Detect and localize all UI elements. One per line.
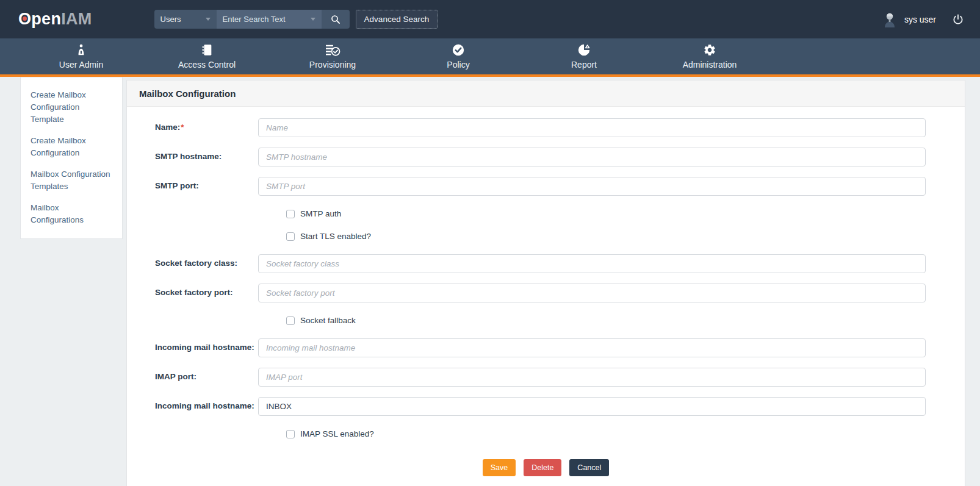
save-button[interactable]: Save bbox=[483, 459, 516, 476]
delete-button[interactable]: Delete bbox=[524, 459, 561, 476]
nav-item-administration[interactable]: Administration bbox=[647, 38, 773, 74]
page-title: Mailbox Configuration bbox=[139, 88, 236, 99]
content-area: Create Mailbox Configuration Template Cr… bbox=[0, 77, 980, 486]
cancel-button[interactable]: Cancel bbox=[569, 459, 609, 476]
nav-item-policy[interactable]: Policy bbox=[395, 38, 521, 74]
sidebar-item-create-mailbox-configuration-template[interactable]: Create Mailbox Configuration Template bbox=[31, 89, 112, 126]
field-label: Incoming mail hostname: bbox=[127, 397, 258, 411]
panel-header: Mailbox Configuration bbox=[127, 80, 965, 107]
form-row-start-tls: Start TLS enabled? bbox=[286, 232, 965, 241]
main-nav: User Admin Access Control Provisioning P… bbox=[0, 38, 980, 77]
smtp-hostname-field[interactable] bbox=[258, 148, 926, 166]
form-row-socket-factory-class: Socket factory class: bbox=[127, 254, 965, 273]
search-category-select[interactable]: Users bbox=[154, 10, 217, 29]
sidebar-menu: Create Mailbox Configuration Template Cr… bbox=[20, 77, 123, 239]
field-label: Incoming mail hostname: bbox=[127, 338, 258, 352]
nav-item-user-admin[interactable]: User Admin bbox=[18, 38, 144, 74]
field-label: IMAP port: bbox=[127, 368, 258, 382]
field-label: Socket factory port: bbox=[127, 284, 258, 298]
checkbox-label[interactable]: IMAP SSL enabled? bbox=[300, 429, 374, 438]
imap-folder-field[interactable] bbox=[258, 397, 926, 416]
chevron-down-icon bbox=[311, 18, 315, 21]
openiam-logo[interactable]: OpenIAM bbox=[18, 10, 92, 29]
address-book-icon bbox=[200, 43, 214, 57]
form-row-socket-fallback: Socket fallback bbox=[286, 316, 965, 325]
form-actions: Save Delete Cancel bbox=[127, 459, 965, 476]
smtp-port-field[interactable] bbox=[258, 177, 926, 196]
name-field[interactable] bbox=[258, 118, 926, 137]
check-circle-icon bbox=[452, 43, 465, 57]
search-placeholder: Enter Search Text bbox=[223, 15, 286, 24]
form-row-name: Name:* bbox=[127, 118, 965, 137]
search-button[interactable] bbox=[322, 10, 350, 29]
checkbox-label[interactable]: SMTP auth bbox=[300, 209, 341, 218]
required-asterisk: * bbox=[181, 123, 184, 132]
user-area: sys user bbox=[882, 12, 964, 27]
list-check-icon bbox=[325, 43, 340, 57]
incoming-mail-hostname-field[interactable] bbox=[258, 338, 926, 357]
field-label: Name:* bbox=[127, 118, 258, 132]
advanced-search-button[interactable]: Advanced Search bbox=[356, 10, 438, 29]
smtp-auth-checkbox[interactable] bbox=[286, 210, 295, 218]
field-label: SMTP port: bbox=[127, 177, 258, 191]
form-row-smtp-hostname: SMTP hostname: bbox=[127, 148, 965, 166]
logo-o-mark: Open bbox=[18, 10, 61, 29]
checkbox-label[interactable]: Start TLS enabled? bbox=[300, 232, 371, 241]
imap-ssl-checkbox[interactable] bbox=[286, 430, 295, 438]
mailbox-configuration-form: Name:* SMTP hostname: SMTP port: SMTP au… bbox=[127, 107, 965, 486]
user-icon bbox=[74, 43, 88, 57]
form-row-smtp-auth: SMTP auth bbox=[286, 209, 965, 218]
chevron-down-icon bbox=[206, 18, 211, 21]
checkbox-label[interactable]: Socket fallback bbox=[300, 316, 356, 325]
form-row-socket-factory-port: Socket factory port: bbox=[127, 284, 965, 302]
pie-chart-icon bbox=[577, 43, 591, 57]
form-row-imap-folder: Incoming mail hostname: bbox=[127, 397, 965, 416]
sidebar-item-create-mailbox-configuration[interactable]: Create Mailbox Configuration bbox=[31, 135, 112, 159]
form-row-imap-port: IMAP port: bbox=[127, 368, 965, 387]
search-icon bbox=[330, 14, 341, 25]
imap-port-field[interactable] bbox=[258, 368, 926, 387]
gear-icon bbox=[703, 43, 716, 57]
field-label: Socket factory class: bbox=[127, 254, 258, 268]
form-row-imap-ssl: IMAP SSL enabled? bbox=[286, 429, 965, 438]
top-bar: OpenIAM Users Enter Search Text Advanced… bbox=[0, 0, 980, 38]
username-label[interactable]: sys user bbox=[904, 15, 936, 24]
global-search-group: Users Enter Search Text bbox=[154, 10, 350, 29]
sidebar-item-mailbox-configurations[interactable]: Mailbox Configurations bbox=[31, 202, 112, 226]
mailbox-configuration-panel: Mailbox Configuration Name:* SMTP hostna… bbox=[126, 80, 965, 486]
search-input[interactable]: Enter Search Text bbox=[217, 10, 322, 29]
socket-fallback-checkbox[interactable] bbox=[286, 316, 295, 325]
logout-button[interactable] bbox=[952, 13, 964, 26]
nav-item-provisioning[interactable]: Provisioning bbox=[270, 38, 395, 74]
field-label: SMTP hostname: bbox=[127, 148, 258, 162]
search-category-value: Users bbox=[160, 15, 181, 24]
start-tls-checkbox[interactable] bbox=[286, 232, 295, 241]
sidebar-item-mailbox-configuration-templates[interactable]: Mailbox Configuration Templates bbox=[31, 168, 112, 193]
socket-factory-class-field[interactable] bbox=[258, 254, 926, 273]
form-row-incoming-mail-hostname: Incoming mail hostname: bbox=[127, 338, 965, 357]
logo-red-dot bbox=[23, 16, 27, 21]
form-row-smtp-port: SMTP port: bbox=[127, 177, 965, 196]
user-avatar[interactable] bbox=[882, 12, 897, 27]
socket-factory-port-field[interactable] bbox=[258, 284, 926, 302]
power-icon bbox=[952, 13, 964, 26]
nav-item-report[interactable]: Report bbox=[521, 38, 647, 74]
nav-item-access-control[interactable]: Access Control bbox=[144, 38, 270, 74]
